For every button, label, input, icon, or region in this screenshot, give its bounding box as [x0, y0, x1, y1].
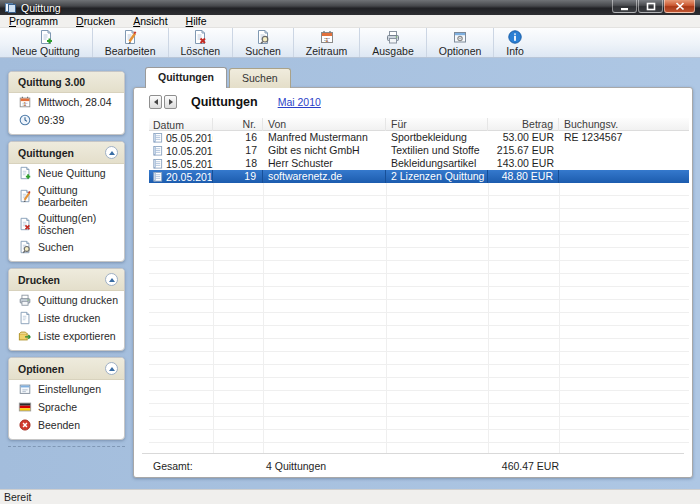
period-link[interactable]: Mai 2010 [278, 96, 321, 108]
chevron-up-icon [109, 151, 115, 155]
toolbar-ausgabe-button[interactable]: Ausgabe [360, 28, 426, 57]
options-window-icon [452, 29, 468, 45]
toolbar-zeitraum-button[interactable]: Zeitraum [294, 28, 360, 57]
printer-icon [18, 293, 32, 307]
settings-window-icon [18, 382, 32, 396]
tab-suchen[interactable]: Suchen [229, 68, 291, 88]
cell-datum: 05.05.2010 [166, 132, 213, 144]
toolbar-bearbeiten-button[interactable]: Bearbeiten [93, 28, 169, 57]
table-row[interactable]: 15.05.2010 18 Herr Schuster Bekleidungsa… [149, 157, 689, 170]
sidebar-section-quittungen: Quittungen Neue Quittung Quittung bearbe… [8, 141, 125, 262]
arrow-left-icon [154, 99, 158, 105]
sidebar: Quittung 3.00 Mittwoch, 28.04 09:39 Quit… [8, 71, 125, 447]
toolbar-info-button[interactable]: Info [494, 28, 536, 57]
sidebar-item-sprache[interactable]: Sprache [9, 398, 124, 416]
table-row-selected[interactable]: 20.05.2010 19 softwarenetz.de 2 Lizenzen… [149, 170, 689, 183]
table-header: Datum Nr. Von Für Betrag Buchungsv. [149, 118, 689, 131]
title-bar[interactable]: Quittung [0, 0, 700, 15]
app-info-panel: Quittung 3.00 Mittwoch, 28.04 09:39 [8, 71, 125, 135]
cell-buchungsv [559, 144, 689, 157]
column-header-buchungsv[interactable]: Buchungsv. [559, 118, 689, 131]
section-header-drucken: Drucken [9, 269, 124, 291]
sidebar-section-optionen: Optionen Einstellungen Sprache Beenden [8, 357, 125, 440]
receipt-icon [153, 172, 163, 182]
window-title: Quittung [21, 2, 61, 14]
total-amount: 460.47 EUR [488, 460, 559, 472]
collapse-button[interactable] [105, 362, 118, 375]
menu-bar: Programm Drucken Ansicht Hilfe [0, 15, 700, 28]
sidebar-item-liste-drucken[interactable]: Liste drucken [9, 309, 124, 327]
printer-icon [385, 29, 401, 45]
cell-datum: 10.05.2010 [166, 145, 213, 157]
sidebar-item-suchen[interactable]: Suchen [9, 238, 124, 256]
maximize-button[interactable] [638, 0, 663, 13]
menu-drucken[interactable]: Drucken [67, 15, 124, 27]
column-header-fuer[interactable]: Für [386, 118, 488, 131]
current-time-label: 09:39 [38, 114, 64, 126]
sidebar-item-neue-quittung[interactable]: Neue Quittung [9, 164, 124, 182]
cell-fuer: Bekleidungsartikel [386, 157, 488, 170]
app-icon [5, 3, 16, 13]
document-icon [18, 311, 32, 325]
calendar-icon [319, 29, 335, 45]
previous-month-button[interactable] [149, 95, 162, 109]
cell-betrag: 143.00 EUR [488, 157, 559, 170]
cell-datum: 20.05.2010 [166, 171, 213, 183]
table-row[interactable]: 10.05.2010 17 Gibt es nicht GmbH Textili… [149, 144, 689, 157]
cell-nr: 16 [213, 131, 263, 144]
sidebar-item-quittung-bearbeiten[interactable]: Quittung bearbeiten [9, 182, 124, 210]
toolbar-neue-quittung-button[interactable]: Neue Quittung [0, 28, 93, 57]
clock-icon [18, 113, 32, 127]
chevron-up-icon [109, 367, 115, 371]
main-panel: Quittungen Mai 2010 Datum Nr. Von Für Be… [133, 87, 693, 478]
toolbar-loeschen-button[interactable]: Löschen [169, 28, 234, 57]
receipt-icon [153, 146, 163, 156]
close-button[interactable] [664, 0, 695, 13]
cell-buchungsv [559, 170, 689, 183]
german-flag-icon [18, 400, 32, 414]
sidebar-item-liste-exportieren[interactable]: Liste exportieren [9, 327, 124, 345]
cell-von: Herr Schuster [263, 157, 386, 170]
menu-programm[interactable]: Programm [0, 15, 67, 27]
document-search-icon [255, 29, 271, 45]
sidebar-item-einstellungen[interactable]: Einstellungen [9, 380, 124, 398]
calendar-icon [18, 95, 32, 109]
column-header-nr[interactable]: Nr. [213, 118, 263, 131]
toolbar-suchen-button[interactable]: Suchen [233, 28, 294, 57]
table-row[interactable]: 05.05.2010 16 Manfred Mustermann Sportbe… [149, 131, 689, 144]
sidebar-item-beenden[interactable]: Beenden [9, 416, 124, 434]
next-month-button[interactable] [164, 95, 177, 109]
sidebar-section-drucken: Drucken Quittung drucken Liste drucken L… [8, 268, 125, 351]
sidebar-splitter[interactable] [8, 446, 125, 447]
minimize-button[interactable] [612, 0, 637, 13]
cell-betrag: 48.80 EUR [488, 170, 559, 183]
status-bar: Bereit [0, 489, 700, 504]
tab-quittungen[interactable]: Quittungen [145, 67, 227, 88]
document-plus-icon [38, 29, 54, 45]
status-text: Bereit [4, 491, 31, 503]
page-title: Quittungen [191, 95, 258, 109]
quit-icon [18, 418, 32, 432]
document-search-icon [18, 240, 32, 254]
cell-fuer: Textilien und Stoffe [386, 144, 488, 157]
document-edit-icon [18, 189, 32, 203]
toolbar: Neue Quittung Bearbeiten Löschen Suchen … [0, 28, 700, 58]
toolbar-optionen-button[interactable]: Optionen [427, 28, 495, 57]
current-date-label: Mittwoch, 28.04 [38, 96, 112, 108]
sidebar-item-quittung-drucken[interactable]: Quittung drucken [9, 291, 124, 309]
info-icon [507, 29, 523, 45]
sidebar-item-quittungen-loeschen[interactable]: Quittung(en) löschen [9, 210, 124, 238]
cell-betrag: 53.00 EUR [488, 131, 559, 144]
content-area: Quittung 3.00 Mittwoch, 28.04 09:39 Quit… [0, 58, 700, 489]
menu-ansicht[interactable]: Ansicht [124, 15, 176, 27]
collapse-button[interactable] [105, 273, 118, 286]
app-version-label: Quittung 3.00 [18, 76, 85, 88]
column-header-datum[interactable]: Datum [149, 118, 213, 131]
menu-hilfe[interactable]: Hilfe [177, 15, 216, 27]
cell-fuer: Sportbekleidung [386, 131, 488, 144]
column-header-betrag[interactable]: Betrag [488, 118, 559, 131]
arrow-right-icon [169, 99, 173, 105]
collapse-button[interactable] [105, 146, 118, 159]
cell-buchungsv [559, 157, 689, 170]
column-header-von[interactable]: Von [263, 118, 386, 131]
